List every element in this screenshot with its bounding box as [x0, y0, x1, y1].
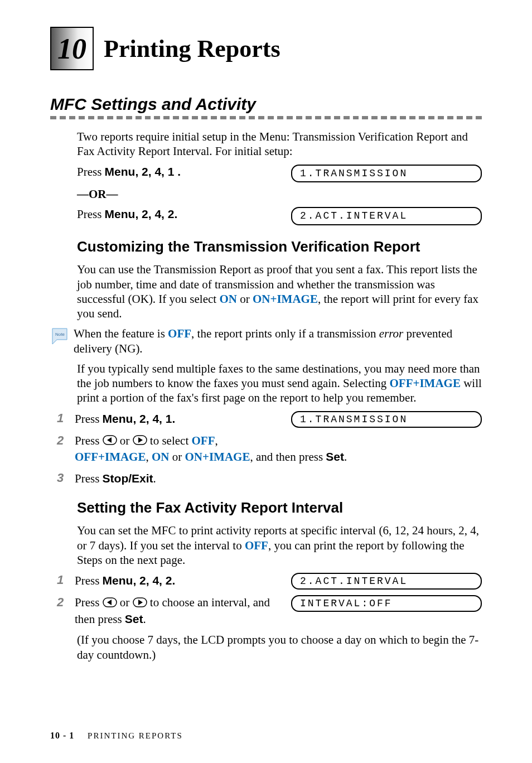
off-option: OFF — [245, 539, 268, 552]
lcd-interval-off: INTERVAL:OFF — [291, 595, 482, 612]
text: or — [237, 292, 253, 306]
lcd-act-interval: 2.ACT.INTERVAL — [291, 573, 482, 590]
footer-label: PRINTING REPORTS — [88, 731, 183, 740]
press-line-1: Press Menu, 2, 4, 1 . — [77, 165, 291, 179]
menu-key: Menu — [105, 207, 136, 220]
text: or — [120, 596, 133, 609]
text: . — [344, 450, 347, 463]
note-icon: Note — [50, 327, 69, 346]
text: Press — [75, 574, 103, 587]
step-2-text: Press or to select OFF, OFF+IMAGE, ON or… — [75, 433, 482, 465]
section-title: MFC Settings and Activity — [50, 95, 482, 114]
step-3-text: Press Stop/Exit. — [75, 471, 482, 486]
step-2-text: Press or to choose an interval, and then… — [75, 595, 284, 627]
set-key: Set — [125, 612, 143, 625]
on-image-option: ON+IMAGE — [253, 292, 318, 306]
text: , and then press — [250, 450, 326, 463]
text: . — [153, 472, 156, 485]
text: When the feature is — [74, 327, 168, 340]
chapter-header: 10 Printing Reports — [50, 27, 482, 70]
text: . — [143, 612, 146, 626]
menu-key: Menu — [103, 574, 133, 587]
chapter-title: Printing Reports — [104, 35, 280, 63]
page-number: 10 - 1 — [50, 731, 74, 740]
chapter-number-badge: 10 — [50, 27, 94, 70]
left-arrow-icon — [103, 434, 117, 449]
step-1-text: Press Menu, 2, 4, 1. — [75, 411, 284, 427]
press-prefix: Press — [77, 207, 105, 221]
right-arrow-icon — [133, 596, 147, 611]
menu-key: Menu — [105, 165, 136, 178]
off-option: OFF — [168, 327, 191, 340]
step-number: 1 — [57, 411, 68, 426]
text: Press — [75, 434, 103, 447]
text: Press — [75, 596, 103, 609]
note-text: When the feature is OFF, the report prin… — [74, 326, 482, 356]
on-option: ON — [219, 292, 237, 306]
off-image-option: OFF+IMAGE — [75, 450, 146, 463]
error-word: error — [379, 327, 404, 340]
section-intro: Two reports require initial setup in the… — [77, 129, 482, 159]
on-image-option: ON+IMAGE — [185, 450, 250, 463]
key-sequence: , 2, 4, 2. — [135, 207, 177, 220]
text: to select — [150, 434, 192, 447]
lcd-transmission: 1.TRANSMISSION — [291, 411, 482, 428]
section-divider — [50, 116, 482, 119]
lcd-act-interval: 2.ACT.INTERVAL — [291, 207, 482, 225]
subsection1-para2: If you typically send multiple faxes to … — [77, 361, 482, 405]
subsection2-para: You can set the MFC to print activity re… — [77, 523, 482, 567]
key-sequence: , 2, 4, 1 . — [135, 165, 181, 178]
subsection2-tail: (If you choose 7 days, the LCD prompts y… — [77, 632, 482, 662]
lcd-transmission: 1.TRANSMISSION — [291, 165, 482, 183]
text: , the report prints only if a transmissi… — [191, 327, 379, 340]
subsection-title-transmission: Customizing the Transmission Verificatio… — [77, 238, 482, 256]
stop-exit-key: Stop/Exit — [103, 472, 153, 485]
step-number: 2 — [57, 595, 68, 610]
key-sequence: , 2, 4, 2. — [133, 574, 175, 587]
off-option: OFF — [191, 434, 215, 447]
note-label: Note — [55, 332, 65, 337]
right-arrow-icon — [133, 434, 147, 449]
subsection-title-interval: Setting the Fax Activity Report Interval — [77, 499, 482, 517]
press-line-2: Press Menu, 2, 4, 2. — [77, 207, 291, 221]
step-number: 1 — [57, 573, 68, 587]
page-footer: 10 - 1 PRINTING REPORTS — [50, 731, 183, 741]
key-sequence: , 2, 4, 1. — [133, 412, 175, 425]
text: , — [146, 450, 152, 463]
text: or — [169, 450, 185, 463]
menu-key: Menu — [103, 412, 133, 425]
text: Press — [75, 472, 103, 485]
step-number: 3 — [57, 471, 68, 485]
set-key: Set — [326, 450, 344, 463]
press-prefix: Press — [77, 165, 105, 178]
step-number: 2 — [57, 433, 68, 448]
subsection1-para1: You can use the Transmission Report as p… — [77, 262, 482, 321]
off-image-option: OFF+IMAGE — [389, 376, 460, 390]
step-1-text: Press Menu, 2, 4, 2. — [75, 573, 284, 588]
or-separator: —OR— — [77, 187, 482, 201]
text: or — [120, 434, 133, 447]
left-arrow-icon — [103, 596, 117, 611]
text: Press — [75, 412, 103, 426]
on-option: ON — [152, 450, 170, 463]
